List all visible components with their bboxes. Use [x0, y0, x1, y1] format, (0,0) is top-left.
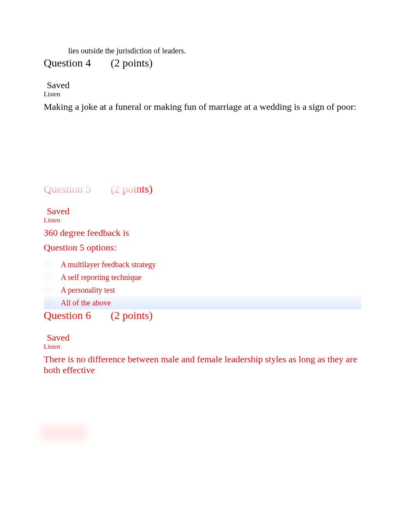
question-6-saved-status: Saved — [47, 332, 361, 343]
option-row[interactable]: A personality test — [44, 284, 361, 297]
question-4-listen-link[interactable]: Listen — [44, 90, 361, 98]
question-5-listen-link[interactable]: Listen — [44, 217, 361, 224]
question-6-listen-link[interactable]: Listen — [44, 343, 361, 351]
question-5-options-label: Question 5 options: — [44, 242, 361, 253]
question-5-saved-status: Saved — [47, 206, 361, 217]
prev-option-fragment: lies outside the jurisdiction of leaders… — [68, 46, 361, 55]
question-4-points: (2 points) — [111, 57, 152, 69]
option-row-selected[interactable]: All of the above — [44, 297, 361, 309]
blurred-region — [41, 425, 87, 441]
option-row[interactable]: A self reporting technique — [44, 271, 361, 284]
question-5-block: Question 5 (2 points) Saved Listen 360 d… — [44, 183, 361, 309]
question-4-text: Making a joke at a funeral or making fun… — [44, 101, 361, 113]
option-row[interactable]: A multilayer feedback strategy — [44, 258, 361, 271]
radio-icon[interactable] — [45, 261, 52, 268]
question-4-header: Question 4 (2 points) — [44, 57, 361, 69]
question-4-number: Question 4 — [44, 57, 91, 69]
question-5-options: A multilayer feedback strategy A self re… — [44, 258, 361, 309]
radio-icon[interactable] — [45, 273, 52, 281]
question-4-block: Question 4 (2 points) Saved Listen Makin… — [44, 57, 361, 113]
question-6-header: Question 6 (2 points) — [44, 309, 361, 322]
question-6-block: Question 6 (2 points) Saved Listen There… — [44, 309, 361, 376]
question-4-saved-status: Saved — [47, 80, 361, 90]
option-text: A multilayer feedback strategy — [61, 260, 156, 269]
option-text: A self reporting technique — [61, 273, 141, 282]
blurred-region — [41, 178, 137, 193]
question-5-text: 360 degree feedback is — [44, 227, 361, 239]
option-text: All of the above — [61, 298, 111, 307]
question-6-points: (2 points) — [111, 309, 152, 322]
option-text: A personality test — [61, 286, 115, 295]
radio-icon[interactable] — [45, 286, 52, 294]
radio-icon[interactable] — [45, 299, 52, 307]
question-6-number: Question 6 — [44, 309, 91, 322]
question-6-text: There is no difference between male and … — [44, 354, 361, 376]
